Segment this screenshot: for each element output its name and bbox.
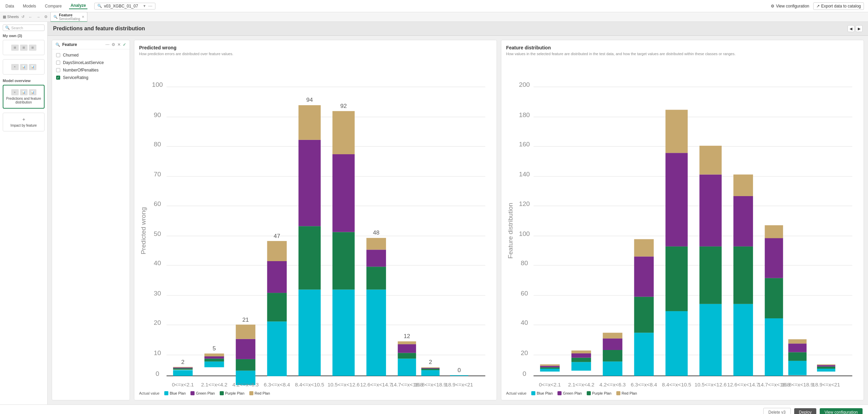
page-title: Predictions and feature distribution: [53, 26, 145, 32]
svg-text:70: 70: [154, 171, 161, 178]
bar-right-4-green: [634, 297, 654, 333]
search-box[interactable]: 🔍 Search: [3, 25, 45, 31]
bar-left-3-purple: [236, 339, 255, 359]
panel-more-icon[interactable]: ⋯: [105, 42, 110, 47]
nav-analyze[interactable]: Analyze: [69, 3, 87, 9]
nav-models[interactable]: Models: [21, 4, 37, 9]
legend-red-label: Red Plan: [255, 391, 270, 395]
checkbox-churned[interactable]: [56, 53, 60, 57]
settings-icon[interactable]: ⚙: [43, 15, 49, 19]
bar-right-10-purple: [817, 365, 835, 366]
tab-feature[interactable]: 🔍 Feature ServiceRating ✕: [50, 12, 87, 22]
bar-right-1-blue: [540, 369, 560, 371]
export-button[interactable]: ↗ Export data to catalog: [813, 2, 864, 10]
nav-compare[interactable]: Compare: [44, 4, 63, 9]
bar-left-4-green: [267, 293, 287, 321]
nav-data[interactable]: Data: [4, 4, 15, 9]
panel-settings-icon[interactable]: ⚙: [112, 42, 115, 47]
feature-item-servicerating[interactable]: ✓ ServiceRating: [52, 74, 130, 81]
checkbox-penalties[interactable]: [56, 68, 60, 72]
chart-left-title: Predicted wrong: [139, 45, 492, 50]
svg-text:Predicted wrong: Predicted wrong: [140, 207, 147, 254]
bar-left-4-blue: [267, 321, 287, 376]
legend-green-label: Green Plan: [196, 391, 215, 395]
sidebar-card-impact[interactable]: ✦ Impact by feature: [3, 113, 45, 131]
sidebar-card-predictions[interactable]: ✦ 📊 📊 Predictions and feature distributi…: [3, 85, 45, 109]
view-config-button[interactable]: View configuration: [820, 408, 863, 414]
svg-text:90: 90: [154, 111, 161, 118]
bar-left-9-purple: [421, 368, 440, 369]
bar-left-9-green: [421, 369, 440, 370]
delete-button[interactable]: Delete v3: [763, 408, 791, 414]
back-icon[interactable]: ←: [27, 15, 34, 19]
bar-right-6-purple: [699, 175, 721, 246]
tab-bar: ▦ Sheets ↺ ← → ⚙ 🔍 Feature ServiceRating…: [0, 12, 868, 22]
chart-right-svg: 200 180 160 140 120 100 80 60 40 20 0 Fe…: [506, 59, 859, 389]
panel-check-icon[interactable]: ✓: [123, 42, 126, 47]
tab-feature-sublabel: ServiceRating: [59, 17, 80, 21]
svg-text:80: 80: [521, 259, 528, 267]
bar-right-3-blue: [603, 362, 622, 376]
feature-search-icon: 🔍: [55, 43, 60, 47]
svg-text:92: 92: [340, 102, 347, 109]
bar-right-2-green: [571, 358, 591, 362]
nav-left-arrow[interactable]: ◀: [848, 25, 854, 32]
legend-right-purple-dot: [587, 391, 591, 395]
sheets-button[interactable]: ▦ Sheets: [3, 15, 19, 19]
bar-right-9-blue: [788, 361, 807, 375]
bar-right-7-green: [733, 246, 753, 304]
legend-right-purple-label: Purple Plan: [592, 391, 612, 395]
nav-right-arrow[interactable]: ▶: [856, 25, 863, 32]
bar-right-7-red: [733, 175, 753, 196]
bar-left-5-blue: [299, 290, 321, 376]
svg-text:8.4<=x<10.5: 8.4<=x<10.5: [295, 382, 324, 387]
svg-text:8.4<=x<10.5: 8.4<=x<10.5: [662, 382, 691, 387]
legend-purple-dot: [220, 391, 224, 395]
feature-item-churned[interactable]: Churned: [52, 51, 130, 59]
bar-right-4-red: [634, 239, 654, 256]
content-header: Predictions and feature distribution ◀ ▶: [48, 22, 868, 36]
tab-feature-label: Feature: [59, 13, 80, 17]
tab-close-icon[interactable]: ✕: [82, 15, 84, 19]
bar-right-8-purple: [765, 238, 783, 278]
svg-text:4.2<=x<6.3: 4.2<=x<6.3: [232, 382, 258, 387]
bar-right-6-red: [699, 146, 721, 174]
checkbox-servicerating[interactable]: ✓: [56, 76, 60, 80]
svg-text:6.3<=x<8.4: 6.3<=x<8.4: [264, 382, 290, 387]
mini-icon-5: 📊: [20, 64, 28, 70]
svg-text:0: 0: [522, 370, 526, 377]
deploy-button[interactable]: Deploy: [794, 408, 816, 414]
search-placeholder: Search: [11, 26, 23, 30]
forward-icon[interactable]: →: [35, 15, 41, 19]
svg-text:2: 2: [181, 359, 185, 365]
bar-right-6-green: [699, 246, 721, 304]
svg-text:18.9<=x<21: 18.9<=x<21: [812, 382, 840, 387]
svg-text:Feature distribution: Feature distribution: [507, 203, 514, 259]
svg-text:6.3<=x<8.4: 6.3<=x<8.4: [631, 382, 657, 387]
legend-right-green-dot: [557, 391, 562, 395]
mini-icon-3: ▦: [29, 45, 36, 51]
bar-left-2-red: [204, 353, 224, 356]
sidebar-card-2[interactable]: ✦ 📊 📊: [3, 59, 45, 75]
panel-close-icon[interactable]: ✕: [117, 42, 121, 47]
svg-text:0: 0: [457, 367, 461, 373]
refresh-icon[interactable]: ↺: [20, 15, 26, 19]
bar-right-9-purple: [788, 344, 807, 352]
checkbox-days[interactable]: [56, 61, 60, 65]
feature-item-days[interactable]: DaysSinceLastService: [52, 59, 130, 66]
bar-left-5-red: [299, 105, 321, 140]
bar-left-4-purple: [267, 261, 287, 293]
feature-item-penalties[interactable]: NumberOfPenalties: [52, 66, 130, 74]
sidebar-card-1[interactable]: ▦ ▦ ▦: [3, 40, 45, 55]
chart-left-legend: Actual value Blue Plan Green Plan Purple…: [139, 391, 492, 395]
nav-arrows: ◀ ▶: [848, 25, 863, 32]
view-config-top-button[interactable]: ⚙ View configuration: [771, 4, 809, 9]
legend-green: Green Plan: [190, 391, 215, 395]
bar-left-7-green: [366, 267, 386, 289]
svg-text:10: 10: [154, 349, 161, 356]
svg-text:180: 180: [519, 111, 530, 118]
bar-left-8-purple: [398, 344, 416, 353]
legend-purple: Purple Plan: [220, 391, 245, 395]
bar-left-4-red: [267, 241, 287, 261]
model-selector[interactable]: 🔍 v03_XGBC_01_07 ▼ ⋯: [94, 3, 155, 10]
